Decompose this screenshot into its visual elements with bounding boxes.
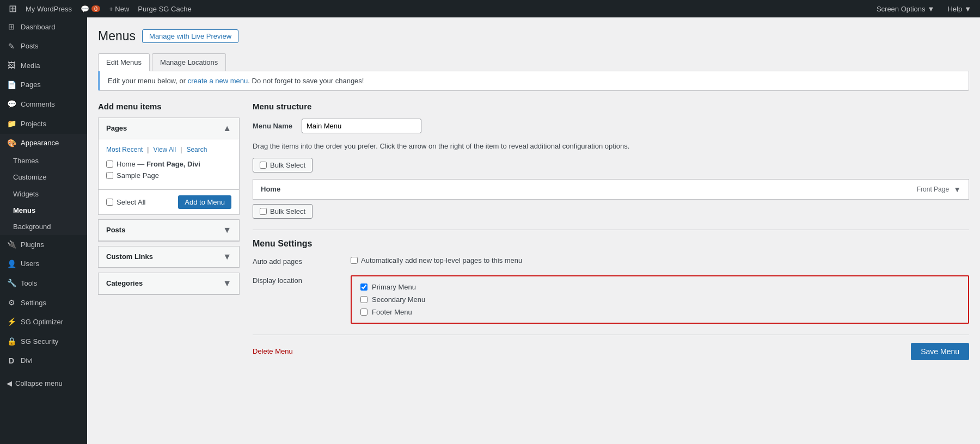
sg-security-icon: 🔒 — [7, 336, 16, 347]
sidebar-item-sg-security[interactable]: 🔒 SG Security — [0, 332, 87, 351]
projects-icon: 📁 — [7, 119, 16, 130]
purge-cache-item[interactable]: Purge SG Cache — [133, 0, 195, 17]
screen-options-btn[interactable]: Screen Options ▼ — [872, 0, 939, 17]
bulk-select-bottom-checkbox[interactable] — [260, 208, 267, 215]
sidebar-item-themes[interactable]: Themes — [0, 153, 87, 169]
save-menu-button[interactable]: Save Menu — [911, 343, 969, 360]
sidebar-label-users: Users — [21, 259, 39, 269]
custom-links-label: Custom Links — [106, 252, 153, 261]
new-item[interactable]: + New — [105, 0, 133, 17]
sidebar-item-posts[interactable]: ✎ Posts — [0, 37, 87, 57]
page-sample-label[interactable]: Sample Page — [117, 171, 159, 180]
posts-toggle-icon: ▼ — [223, 225, 231, 235]
location-footer-label[interactable]: Footer Menu — [372, 308, 412, 316]
sidebar-label-media: Media — [21, 61, 40, 71]
info-message: Edit your menu below, or create a new me… — [98, 71, 969, 91]
sidebar-item-plugins[interactable]: 🔌 Plugins — [0, 235, 87, 255]
menu-item-home-arrow[interactable]: ▼ — [953, 185, 961, 194]
sidebar-item-tools[interactable]: 🔧 Tools — [0, 274, 87, 293]
custom-links-section-header[interactable]: Custom Links ▼ — [99, 246, 239, 268]
purge-label: Purge SG Cache — [138, 5, 191, 13]
posts-section-header[interactable]: Posts ▼ — [99, 220, 239, 241]
posts-section: Posts ▼ — [98, 219, 240, 242]
customize-label: Customize — [13, 172, 46, 182]
auto-add-pages-row: Auto add pages Automatically add new top… — [253, 256, 969, 268]
add-menu-items-panel: Add menu items Pages ▲ Most Recent | Vie… — [98, 102, 240, 299]
comments-item[interactable]: 💬 0 — [76, 0, 105, 17]
sidebar-item-sg-optimizer[interactable]: ⚡ SG Optimizer — [0, 312, 87, 332]
location-box: Primary Menu Secondary Menu Footer Menu — [351, 275, 969, 324]
page-home-label[interactable]: Home — Front Page, Divi — [117, 160, 200, 168]
sidebar-item-background[interactable]: Background — [0, 219, 87, 235]
auto-add-checkbox[interactable] — [351, 257, 358, 264]
sidebar-item-comments[interactable]: 💬 Comments — [0, 95, 87, 114]
auto-add-checkbox-row: Automatically add new top-level pages to… — [351, 256, 969, 264]
sidebar-item-menus[interactable]: Menus — [0, 202, 87, 219]
delete-menu-link[interactable]: Delete Menu — [253, 347, 293, 355]
sidebar-item-customize[interactable]: Customize — [0, 169, 87, 186]
sidebar-item-pages[interactable]: 📄 Pages — [0, 76, 87, 95]
help-btn[interactable]: Help ▼ — [943, 0, 976, 17]
location-footer-checkbox[interactable] — [360, 309, 367, 316]
page-sample-checkbox[interactable] — [106, 172, 113, 179]
location-primary-checkbox[interactable] — [360, 283, 367, 291]
sidebar-label-dashboard: Dashboard — [21, 22, 56, 32]
sidebar-item-dashboard[interactable]: ⊞ Dashboard — [0, 17, 87, 37]
pages-tabs: Most Recent | View All | Search — [106, 146, 231, 153]
sidebar-item-divi[interactable]: D Divi — [0, 351, 87, 371]
pages-tab-view-all[interactable]: View All — [153, 146, 176, 153]
bulk-select-bottom-label[interactable]: Bulk Select — [270, 207, 305, 215]
page-title: Menus — [98, 28, 136, 45]
info-text-after: . Do not forget to save your changes! — [248, 77, 364, 85]
location-secondary-label[interactable]: Secondary Menu — [372, 295, 425, 304]
posts-section-label: Posts — [106, 226, 125, 234]
collapse-menu-btn[interactable]: ◀ Collapse menu — [0, 375, 87, 392]
menu-name-input[interactable] — [302, 119, 421, 133]
help-label: Help — [947, 5, 962, 13]
sidebar-item-appearance[interactable]: 🎨 Appearance — [0, 134, 87, 153]
info-text-before: Edit your menu below, or — [108, 77, 188, 85]
tabs-bar: Edit Menus Manage Locations — [98, 53, 969, 71]
bulk-select-top-btn[interactable]: Bulk Select — [253, 158, 313, 172]
themes-label: Themes — [13, 156, 39, 166]
sidebar-item-settings[interactable]: ⚙ Settings — [0, 293, 87, 313]
bulk-select-top-checkbox[interactable] — [260, 162, 267, 169]
select-all-label[interactable]: Select All — [117, 198, 145, 206]
sidebar-label-appearance: Appearance — [21, 138, 59, 148]
sidebar-label-comments: Comments — [21, 100, 55, 109]
page-home-checkbox[interactable] — [106, 161, 113, 168]
create-new-menu-link[interactable]: create a new menu — [188, 77, 248, 85]
menu-item-home: Home Front Page ▼ — [253, 179, 969, 200]
pages-tab-search[interactable]: Search — [186, 146, 207, 153]
menu-settings-section: Menu Settings Auto add pages Automatical… — [253, 230, 969, 324]
location-primary-label[interactable]: Primary Menu — [372, 283, 416, 291]
pages-section-header[interactable]: Pages ▲ — [99, 118, 239, 139]
location-secondary-checkbox[interactable] — [360, 296, 367, 303]
tab-manage-locations[interactable]: Manage Locations — [152, 53, 226, 71]
auto-add-checkbox-label[interactable]: Automatically add new top-level pages to… — [361, 256, 522, 264]
live-preview-button[interactable]: Manage with Live Preview — [142, 29, 238, 43]
site-name-item[interactable]: My WordPress — [21, 0, 76, 17]
bulk-select-bottom-btn[interactable]: Bulk Select — [253, 204, 313, 219]
screen-options-arrow: ▼ — [928, 5, 935, 13]
wp-logo-icon: ⊞ — [9, 3, 17, 15]
select-all-checkbox[interactable] — [106, 199, 113, 206]
custom-links-toggle-icon: ▼ — [223, 252, 231, 262]
pages-tab-most-recent[interactable]: Most Recent — [106, 146, 143, 153]
sidebar-item-users[interactable]: 👤 Users — [0, 255, 87, 274]
wp-logo-item[interactable]: ⊞ — [4, 0, 21, 17]
tab-edit-menus[interactable]: Edit Menus — [98, 53, 150, 71]
sidebar-item-media[interactable]: 🖼 Media — [0, 56, 87, 76]
sidebar-label-pages: Pages — [21, 80, 41, 90]
sidebar-item-widgets[interactable]: Widgets — [0, 186, 87, 202]
add-to-menu-button[interactable]: Add to Menu — [178, 195, 231, 209]
menu-structure-panel: Menu structure Menu Name Drag the items … — [253, 102, 969, 360]
plugins-icon: 🔌 — [7, 239, 16, 250]
posts-icon: ✎ — [7, 41, 16, 52]
sidebar-label-plugins: Plugins — [21, 240, 44, 250]
bulk-select-top-label[interactable]: Bulk Select — [270, 161, 305, 169]
location-primary-row: Primary Menu — [360, 283, 959, 291]
categories-section-header[interactable]: Categories ▼ — [99, 273, 239, 294]
sidebar-item-projects[interactable]: 📁 Projects — [0, 114, 87, 134]
menus-label: Menus — [13, 206, 35, 215]
